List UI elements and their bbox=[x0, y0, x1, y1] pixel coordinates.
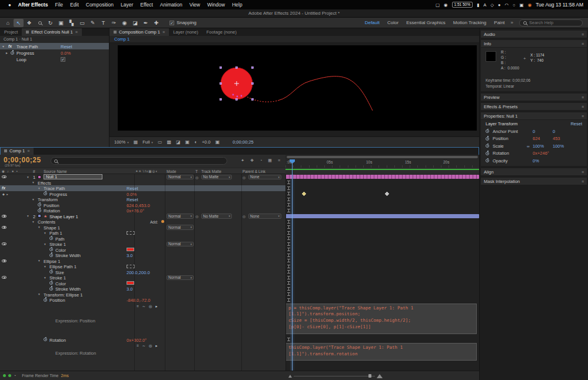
stopwatch-icon[interactable] bbox=[44, 338, 47, 341]
magnification-dropdown[interactable]: 100%▾ bbox=[114, 139, 129, 145]
row-track[interactable] bbox=[285, 202, 479, 208]
row-stroke-1[interactable]: ▾Stroke 1Normal▾ bbox=[0, 275, 479, 281]
mode-dropdown[interactable]: Normal▾ bbox=[167, 175, 194, 180]
menu-window[interactable]: Window bbox=[204, 2, 228, 8]
row-track[interactable] bbox=[285, 236, 479, 242]
column-parent-link[interactable]: Parent & Link bbox=[242, 169, 265, 174]
stopwatch-icon[interactable] bbox=[38, 203, 41, 206]
row-track[interactable] bbox=[285, 292, 479, 298]
layer-color-chip[interactable] bbox=[38, 175, 41, 179]
property-value[interactable]: 0% bbox=[533, 158, 553, 164]
mode-dropdown[interactable]: Normal▾ bbox=[167, 242, 194, 247]
panel-menu-icon[interactable]: ≡ bbox=[582, 95, 584, 99]
timeline-ruler[interactable]: :00f05s10s15s20s bbox=[285, 159, 479, 168]
row-path-1[interactable]: ▾Path 1 bbox=[0, 230, 479, 236]
panel-divider[interactable] bbox=[285, 174, 286, 371]
control-center-icon[interactable]: ▣ bbox=[520, 2, 524, 8]
stopwatch-icon[interactable] bbox=[486, 129, 489, 133]
property-value[interactable]: 0x+246° bbox=[533, 151, 553, 156]
focus-icon[interactable]: ● bbox=[498, 2, 501, 8]
panel-menu-icon[interactable]: ≡ bbox=[582, 42, 584, 46]
visibility-eye-icon[interactable] bbox=[2, 215, 6, 218]
effect-loop-row[interactable]: Loop ✓ bbox=[0, 56, 109, 62]
track-matte-dropdown[interactable]: No Matte▾ bbox=[201, 214, 232, 219]
row-shape-1[interactable]: ▾Shape 1Normal▾ bbox=[0, 225, 479, 231]
eraser-tool[interactable]: ◪ bbox=[130, 19, 140, 27]
apple-menu-icon[interactable]: ● bbox=[5, 2, 15, 8]
visibility-eye-icon[interactable] bbox=[2, 242, 6, 245]
stopwatch-icon[interactable] bbox=[49, 254, 53, 257]
row-stroke-width[interactable]: Stroke Width3.0 bbox=[0, 252, 479, 258]
stopwatch-icon[interactable] bbox=[486, 152, 489, 155]
region-of-interest-icon[interactable]: ▭ bbox=[158, 139, 162, 145]
mask-interpolation-panel-header[interactable]: Mask Interpolation≡ bbox=[481, 178, 587, 185]
row-track[interactable] bbox=[285, 208, 479, 214]
menubar-clock[interactable]: Tue Aug 13 11:58 AM bbox=[536, 2, 583, 8]
property-value[interactable]: 100% bbox=[553, 144, 573, 149]
row-track[interactable] bbox=[285, 297, 479, 303]
stopwatch-icon[interactable] bbox=[44, 298, 47, 302]
property-value[interactable]: 0 bbox=[553, 129, 573, 134]
row-track[interactable] bbox=[285, 275, 479, 281]
workspace-color[interactable]: Color bbox=[384, 20, 402, 25]
resolution-dropdown[interactable]: Full▾ bbox=[142, 139, 153, 145]
row-position[interactable]: Position-848.0,-72.0 bbox=[0, 297, 479, 303]
siri-icon[interactable]: ◉ bbox=[528, 2, 532, 8]
exposure-value[interactable]: +0.0 bbox=[202, 139, 211, 145]
row-track[interactable] bbox=[285, 180, 479, 186]
panel-menu-icon[interactable]: ≡ bbox=[582, 170, 584, 174]
row-track[interactable] bbox=[285, 337, 479, 343]
menu-after-effects[interactable]: After Effects bbox=[15, 2, 52, 8]
row-track[interactable] bbox=[285, 191, 479, 197]
row-track[interactable] bbox=[285, 269, 479, 275]
panel-menu-icon[interactable]: ≡ bbox=[582, 114, 584, 118]
grid-guides-icon[interactable]: ▦ bbox=[134, 139, 138, 145]
stopwatch-icon[interactable] bbox=[49, 248, 53, 251]
stopwatch-icon[interactable] bbox=[486, 144, 489, 148]
expression-field[interactable]: p = thisComp.layer("Trace Shape Layer 1:… bbox=[285, 304, 477, 334]
row-track[interactable] bbox=[285, 286, 479, 292]
row-transform-ellipse-1[interactable]: ▾Transform: Ellipse 1 bbox=[0, 292, 479, 298]
type-tool[interactable]: T bbox=[98, 19, 108, 27]
row-progress[interactable]: ◆ ▸Progress0.0% bbox=[0, 191, 479, 197]
property-opacity[interactable]: Opacity0% bbox=[481, 157, 587, 165]
menu-view[interactable]: View bbox=[186, 2, 204, 8]
input-source-icon[interactable]: A bbox=[483, 2, 486, 8]
row-color[interactable]: Color bbox=[0, 247, 479, 253]
snapshot-camera-icon[interactable]: ▣ bbox=[215, 139, 220, 145]
align-panel-header[interactable]: Align≡ bbox=[481, 168, 587, 175]
mask-visibility-icon[interactable]: ◪ bbox=[176, 139, 181, 145]
pen-tool[interactable]: ✎ bbox=[88, 19, 98, 27]
menu-file[interactable]: File bbox=[51, 2, 67, 8]
effect-name[interactable]: Trace Path bbox=[16, 44, 38, 49]
row-effects[interactable]: ▾Effects bbox=[0, 180, 479, 186]
color-swatch[interactable] bbox=[127, 281, 134, 285]
property-anchor-point[interactable]: Anchor Point00 bbox=[481, 128, 587, 135]
color-swatch[interactable] bbox=[127, 248, 134, 251]
layer-duration-bar[interactable] bbox=[285, 175, 479, 179]
composition-canvas[interactable] bbox=[118, 45, 477, 131]
layer-duration-bar[interactable] bbox=[285, 214, 479, 218]
help-search-box[interactable] bbox=[519, 19, 583, 26]
disclosure-arrow[interactable]: ▾ bbox=[32, 181, 34, 184]
add-button[interactable] bbox=[161, 220, 164, 223]
roto-brush-tool[interactable]: ✒ bbox=[141, 19, 151, 27]
disclosure-arrow[interactable]: ▾ bbox=[38, 259, 40, 262]
keyframe-diamond[interactable] bbox=[385, 191, 389, 195]
panel-menu-icon[interactable]: ≡ bbox=[27, 149, 29, 153]
disclosure-arrow[interactable]: ▾ bbox=[38, 292, 40, 296]
progress-value[interactable]: 0.0% bbox=[61, 51, 71, 56]
record-icon[interactable]: ◉ bbox=[444, 2, 448, 8]
keyframe-diamond[interactable] bbox=[302, 191, 306, 195]
row-color[interactable]: Color bbox=[0, 281, 479, 286]
transparency-grid-icon[interactable]: ▩ bbox=[167, 139, 171, 145]
exposure-icon[interactable]: ◐ bbox=[194, 139, 197, 145]
loop-checkbox[interactable]: ✓ bbox=[61, 57, 65, 62]
layer-name[interactable]: Null 1 bbox=[44, 174, 102, 179]
parent-link-dropdown[interactable]: None▾ bbox=[248, 214, 281, 219]
property-value[interactable]: 453 bbox=[553, 136, 573, 141]
effect-progress-row[interactable]: ▸ Progress 0.0% bbox=[0, 49, 109, 56]
timeline-navigator-bar[interactable] bbox=[287, 156, 478, 158]
effect-trace-path-row[interactable]: ▾ fx Trace Path Reset bbox=[0, 43, 109, 49]
column-number[interactable]: # bbox=[33, 169, 35, 174]
